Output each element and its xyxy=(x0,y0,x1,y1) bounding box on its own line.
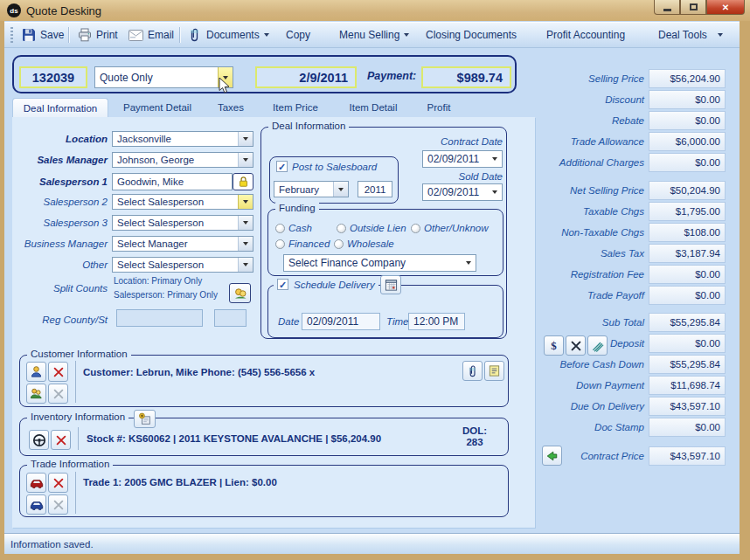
taxable-chgs-label: Taxable Chgs xyxy=(583,206,644,217)
contract-date-dropdown[interactable]: 02/09/2011 xyxy=(422,150,503,168)
sales-manager-caret[interactable] xyxy=(238,153,253,167)
discount-value: $0.00 xyxy=(695,94,720,105)
salesboard-year-field[interactable]: 2011 xyxy=(358,181,392,197)
customer-remove-button[interactable] xyxy=(48,362,68,382)
green-arrow-icon xyxy=(545,450,559,462)
deposit-delete-button[interactable] xyxy=(566,335,586,356)
closing-documents-button[interactable]: Closing Documents xyxy=(426,23,517,47)
net-selling-price-value: $50,204.90 xyxy=(670,185,720,196)
other-caret[interactable] xyxy=(238,258,253,272)
trade-remove-button[interactable] xyxy=(48,473,68,493)
dol-label: DOL: xyxy=(453,425,497,436)
print-icon xyxy=(78,28,92,42)
reg-state-field[interactable] xyxy=(214,309,247,327)
cash-radio[interactable] xyxy=(275,224,285,233)
divider xyxy=(75,361,76,403)
tab-profit[interactable]: Profit xyxy=(406,98,471,117)
inventory-remove-button[interactable] xyxy=(51,430,71,450)
cobuyer-remove-button[interactable] xyxy=(48,384,68,404)
salesperson3-caret[interactable] xyxy=(238,216,253,230)
business-manager-dropdown[interactable]: Select Manager xyxy=(112,236,253,252)
email-button[interactable]: Email xyxy=(128,23,174,47)
profit-accounting-button[interactable]: Profit Accounting xyxy=(546,23,625,47)
reg-county-field[interactable] xyxy=(116,309,203,327)
minimize-button[interactable] xyxy=(654,0,680,15)
schedule-calendar-button[interactable] xyxy=(380,275,401,294)
customer-documents-button[interactable] xyxy=(462,361,483,381)
schedule-date-label: Date xyxy=(278,316,299,327)
window-bottom-border xyxy=(0,554,750,560)
due-on-delivery-value: $43,597.10 xyxy=(670,401,720,411)
sales-manager-label: Sales Manager xyxy=(9,155,108,165)
tab-payment-detail[interactable]: Payment Detail xyxy=(118,98,197,117)
salesperson3-dropdown[interactable]: Select Salesperson xyxy=(112,215,253,231)
deposit-money-button[interactable]: $ xyxy=(544,335,564,356)
salesboard-year-value: 2011 xyxy=(365,184,386,195)
contract-date-caret[interactable] xyxy=(487,151,502,167)
wholesale-radio[interactable] xyxy=(334,239,344,249)
trade-allowance-label: Trade Allowance xyxy=(571,136,644,147)
cobuyer-select-button[interactable] xyxy=(26,384,46,404)
calendar-icon xyxy=(385,279,398,292)
split-counts-button[interactable] xyxy=(229,283,251,303)
schedule-date-field[interactable]: 02/09/2011 xyxy=(302,313,380,330)
cash-label: Cash xyxy=(288,223,312,233)
lock-icon xyxy=(238,176,249,188)
contract-date-label: Contract Date xyxy=(419,136,503,147)
rebate-field: $0.00 xyxy=(649,111,726,130)
trade-select-button[interactable] xyxy=(26,473,46,493)
due-on-delivery-field: $43,597.10 xyxy=(649,397,726,416)
trade-allowance-field: $6,000.00 xyxy=(649,132,726,151)
salesperson1-value: Goodwin, Mike xyxy=(117,176,184,187)
salesperson1-lock-button[interactable] xyxy=(233,173,253,190)
save-button[interactable]: Save xyxy=(22,23,64,47)
documents-button[interactable]: Documents xyxy=(187,23,269,47)
trade2-remove-button[interactable] xyxy=(48,494,68,515)
sold-date-caret[interactable] xyxy=(487,184,502,200)
tab-item-detail[interactable]: Item Detail xyxy=(337,98,410,117)
schedule-delivery-checkbox[interactable]: ✓ xyxy=(277,279,288,290)
financed-radio[interactable] xyxy=(275,239,285,249)
customer-select-button[interactable] xyxy=(26,362,46,382)
location-caret[interactable] xyxy=(238,132,253,146)
finance-company-dropdown[interactable]: Select Finance Company xyxy=(283,254,476,272)
close-button[interactable]: ✕ xyxy=(706,0,745,15)
quote-number: 132039 xyxy=(32,71,74,85)
status-text: Information saved. xyxy=(10,539,94,550)
contract-price-transfer-button[interactable] xyxy=(542,446,562,466)
customer-notes-button[interactable] xyxy=(484,361,504,381)
blue-car-icon xyxy=(30,500,44,510)
location-dropdown[interactable]: Jacksonville xyxy=(112,131,253,147)
copy-button[interactable]: Copy xyxy=(286,23,310,47)
copy-label: Copy xyxy=(286,29,310,41)
additional-charges-label: Additional Charges xyxy=(559,157,644,168)
salesboard-month-dropdown[interactable]: February xyxy=(274,181,349,197)
inventory-select-button[interactable] xyxy=(29,430,49,450)
salesboard-month-caret[interactable] xyxy=(333,182,348,197)
salesperson1-field[interactable]: Goodwin, Mike xyxy=(112,173,233,190)
outside-lien-radio[interactable] xyxy=(337,224,346,233)
quote-type-dropdown[interactable]: Quote Only xyxy=(94,66,233,88)
trade2-select-button[interactable] xyxy=(26,494,46,515)
other-unknown-radio[interactable] xyxy=(411,224,420,233)
salesperson2-caret[interactable] xyxy=(238,195,253,209)
schedule-time-field[interactable]: 12:00 PM xyxy=(408,313,465,330)
business-manager-caret[interactable] xyxy=(238,237,253,251)
customer-information-group: Customer Information Customer: Lebrun, M… xyxy=(19,355,509,407)
inventory-add-button[interactable] xyxy=(134,410,156,428)
tab-deal-information[interactable]: Deal Information xyxy=(12,98,108,118)
sales-manager-dropdown[interactable]: Johnson, George xyxy=(112,152,253,168)
finance-company-caret[interactable] xyxy=(461,255,476,271)
deposit-edit-button[interactable] xyxy=(587,335,608,356)
salesperson2-dropdown[interactable]: Select Salesperson xyxy=(112,194,253,210)
post-to-salesboard-checkbox[interactable]: ✓ xyxy=(276,161,288,172)
deal-tools-button[interactable]: Deal Tools xyxy=(658,23,723,47)
other-dropdown[interactable]: Select Salesperson xyxy=(112,257,253,273)
maximize-button[interactable] xyxy=(680,0,706,15)
menu-selling-button[interactable]: Menu Selling xyxy=(339,23,409,47)
tab-item-price[interactable]: Item Price xyxy=(260,98,330,117)
print-button[interactable]: Print xyxy=(78,23,118,47)
sold-date-dropdown[interactable]: 02/09/2011 xyxy=(422,183,503,201)
tab-taxes[interactable]: Taxes xyxy=(196,98,266,117)
red-x-icon xyxy=(52,477,65,489)
